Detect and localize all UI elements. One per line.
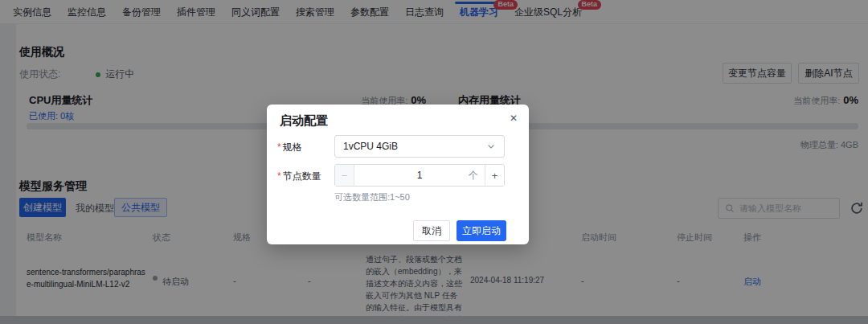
required-mark: *: [277, 141, 281, 153]
launch-now-button[interactable]: 立即启动: [457, 220, 506, 241]
page: 实例信息 监控信息 备份管理 插件管理 同义词配置 搜索管理 参数配置 日志查询…: [0, 0, 868, 324]
spec-field-label: *规格: [277, 141, 302, 154]
modal-title: 启动配置: [280, 113, 328, 129]
close-icon[interactable]: ✕: [510, 113, 518, 124]
spec-selected-value: 1vCPU 4GiB: [343, 141, 398, 152]
node-count-label-text: 节点数量: [283, 170, 321, 182]
decrement-button[interactable]: −: [335, 165, 354, 186]
chevron-down-icon: [486, 141, 496, 151]
cancel-button[interactable]: 取消: [413, 220, 450, 241]
spec-label-text: 规格: [283, 141, 302, 153]
node-count-field-label: *节点数量: [277, 170, 321, 183]
spec-select[interactable]: 1vCPU 4GiB: [334, 135, 505, 158]
node-count-stepper: − 个 +: [334, 164, 505, 187]
node-count-unit: 个: [469, 169, 478, 183]
node-count-input[interactable]: [395, 170, 444, 181]
increment-button[interactable]: +: [485, 165, 504, 186]
node-count-range-hint: 可选数量范围:1~50: [334, 191, 410, 203]
required-mark: *: [277, 170, 281, 182]
launch-config-modal: 启动配置 ✕ *规格 1vCPU 4GiB *节点数量 − 个 + 可选数量范围…: [267, 105, 529, 244]
